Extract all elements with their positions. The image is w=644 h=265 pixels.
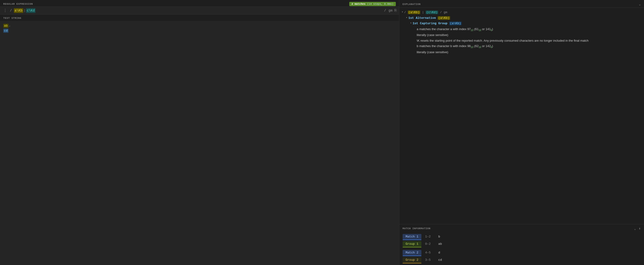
tree-alt1-label: 1st Alternative (a\Kb) bbox=[408, 16, 450, 21]
regex-content[interactable]: a\Kb | c\Kd bbox=[14, 8, 382, 13]
matches-badge: 2 matches (14 steps, 0.0ms) bbox=[349, 2, 396, 6]
test-match-1: ab bbox=[3, 24, 8, 28]
match-row-group1: Group 1 0–2 ab bbox=[402, 241, 641, 247]
tree-root-label: / (a\Kb) | (c\Kd) / gm bbox=[404, 10, 447, 15]
test-line-2: cd bbox=[3, 29, 396, 33]
tree-desc-a: a matches the character a with index 971… bbox=[417, 27, 642, 32]
group-1-range: 0–2 bbox=[425, 242, 434, 246]
tree-root-row: ▾ / (a\Kb) | (c\Kd) / gm bbox=[402, 10, 642, 15]
tree-desc-case2: literally (case sensitive) bbox=[417, 50, 642, 55]
regex-bar: ⋮ / a\Kb | c\Kd / gm ⎘ bbox=[0, 7, 399, 15]
regex-operator: | bbox=[23, 9, 26, 13]
group-2-label[interactable]: Group 2 bbox=[402, 257, 422, 263]
desc-case2-text: literally (case sensitive) bbox=[417, 50, 448, 55]
explanation-tree: ▾ / (a\Kb) | (c\Kd) / gm ▾ 1st Alternati… bbox=[399, 8, 644, 224]
matches-detail: (14 steps, 0.0ms) bbox=[367, 3, 394, 6]
copy-icon[interactable]: ⎘ bbox=[394, 9, 397, 13]
pilcrow-1: ↵ bbox=[9, 24, 10, 27]
match-row-2: Match 2 4–5 d bbox=[402, 250, 641, 255]
match-table: Match 1 1–2 b Group 1 0–2 ab Match 2 4–5… bbox=[399, 232, 644, 265]
tree-desc-case1: literally (case sensitive) bbox=[417, 33, 642, 38]
desc-a-text: a matches the character a with index 971… bbox=[417, 27, 493, 32]
match-2-label[interactable]: Match 2 bbox=[402, 250, 422, 255]
match-1-value: b bbox=[438, 235, 440, 238]
match-row-1: Match 1 1–2 b bbox=[402, 234, 641, 239]
root-part2: (c\Kd) bbox=[426, 11, 438, 14]
explanation-header: EXPLANATION ⌄ bbox=[399, 0, 644, 8]
group-1-label[interactable]: Group 1 bbox=[402, 241, 422, 247]
regex-flags[interactable]: gm bbox=[388, 9, 392, 13]
match-info-label: MATCH INFORMATION bbox=[402, 227, 430, 230]
match-1-label[interactable]: Match 1 bbox=[402, 234, 422, 239]
left-panel: REGULAR EXPRESSION 2 matches (14 steps, … bbox=[0, 0, 399, 265]
regex-part1: a\Kb bbox=[14, 8, 23, 13]
group1-chevron[interactable]: ▾ bbox=[410, 21, 412, 25]
match-2-range: 4–5 bbox=[425, 251, 434, 254]
regex-flags-area: / gm ⎘ bbox=[384, 9, 397, 13]
group-1-value: ab bbox=[438, 242, 442, 246]
group-2-range: 3–5 bbox=[425, 258, 434, 262]
test-string-section: TEST STRING ab ↵ cd bbox=[0, 15, 399, 265]
match-info-collapse-icon[interactable]: ⌄ bbox=[634, 227, 636, 231]
match-2-value: d bbox=[438, 251, 440, 254]
root-chevron[interactable]: ▾ bbox=[402, 10, 403, 14]
match-info-header: MATCH INFORMATION ⌄ ⬆ bbox=[399, 224, 644, 232]
tree-group1-row: ▾ 1st Capturing Group (a\Kb) bbox=[410, 21, 642, 26]
regex-close-delimiter: / bbox=[384, 9, 386, 13]
right-panel: EXPLANATION ⌄ ▾ / (a\Kb) | (c\Kd) / gm ▾ bbox=[399, 0, 644, 265]
matches-count: 2 matches bbox=[352, 3, 366, 6]
desc-k-text: \K resets the starting point of the repo… bbox=[417, 38, 588, 43]
test-string-area[interactable]: ab ↵ cd bbox=[0, 21, 399, 265]
desc-b-text: b matches the character b with index 981… bbox=[417, 44, 493, 49]
desc-case1-text: literally (case sensitive) bbox=[417, 33, 448, 38]
explanation-label: EXPLANATION bbox=[402, 3, 421, 6]
match-1-range: 1–2 bbox=[425, 235, 434, 238]
group-2-value: cd bbox=[438, 258, 442, 262]
regex-open-delimiter: / bbox=[10, 9, 12, 13]
share-icon[interactable]: ⬆ bbox=[639, 227, 641, 231]
alt1-chevron[interactable]: ▾ bbox=[406, 16, 408, 20]
match-row-group2: Group 2 3–5 cd bbox=[402, 257, 641, 263]
menu-icon[interactable]: ⋮ bbox=[2, 8, 8, 13]
root-part1: (a\Kb) bbox=[408, 11, 420, 14]
explanation-collapse-icon[interactable]: ⌄ bbox=[639, 2, 641, 6]
tree-desc-b: b matches the character b with index 981… bbox=[417, 44, 642, 49]
test-match-2: cd bbox=[3, 29, 8, 33]
regex-part2: c\Kd bbox=[26, 8, 36, 13]
test-line-1: ab ↵ bbox=[3, 24, 396, 28]
tree-desc-k: \K resets the starting point of the repo… bbox=[417, 38, 642, 43]
regex-section-label: REGULAR EXPRESSION bbox=[3, 3, 33, 6]
match-info-section: MATCH INFORMATION ⌄ ⬆ Match 1 1–2 b Grou… bbox=[399, 224, 644, 265]
tree-alt1-row: ▾ 1st Alternative (a\Kb) bbox=[406, 16, 642, 21]
tree-group1-label: 1st Capturing Group (a\Kb) bbox=[412, 21, 462, 26]
test-string-label: TEST STRING bbox=[0, 15, 399, 21]
